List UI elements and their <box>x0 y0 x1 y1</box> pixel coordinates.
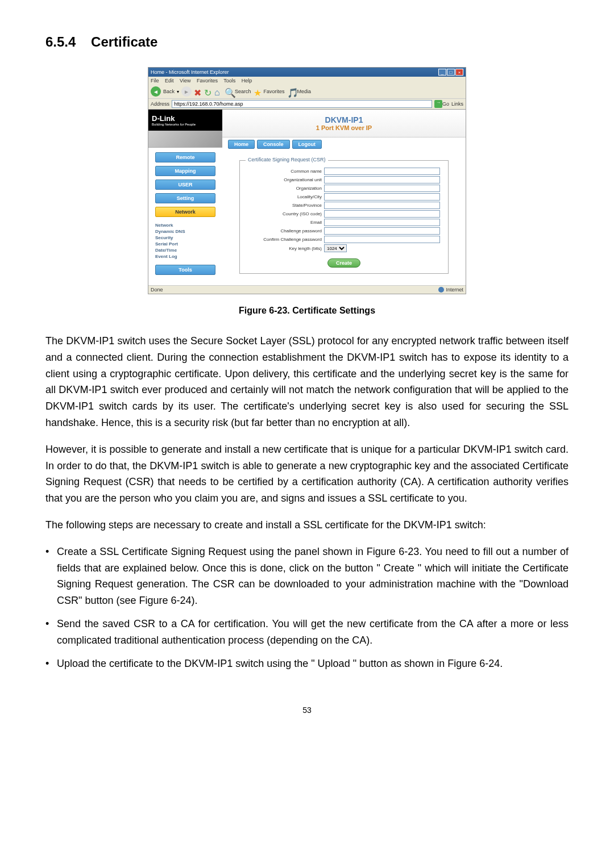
sidebar-mapping[interactable]: Mapping <box>155 166 215 176</box>
input-country[interactable] <box>324 210 440 218</box>
media-label: Media <box>297 89 312 94</box>
links-label[interactable]: Links <box>451 101 463 107</box>
banner-image <box>148 131 222 148</box>
logo-subtitle: Building Networks for People <box>152 123 219 126</box>
sublink-security[interactable]: Security <box>155 235 215 240</box>
label-org-unit: Organizational unit <box>248 177 322 182</box>
titlebar: Home - Microsoft Internet Explorer _ □ × <box>148 68 466 77</box>
input-org-unit[interactable] <box>324 176 440 183</box>
address-label: Address <box>151 101 169 107</box>
sidebar-network[interactable]: Network <box>155 207 215 217</box>
section-title: Certificate <box>91 34 157 49</box>
product-header: DKVM-IP1 1 Port KVM over IP <box>222 110 466 137</box>
address-input[interactable]: https://192.168.0.70/home.asp <box>172 100 432 108</box>
home-icon[interactable]: ⌂ <box>214 87 222 95</box>
step-1: Create a SSL Certificate Signing Request… <box>45 544 569 609</box>
status-zone: Internet <box>438 287 463 293</box>
steps-list: Create a SSL Certificate Signing Request… <box>45 544 569 672</box>
fieldset-legend: Certificate Signing Request (CSR) <box>246 157 328 162</box>
page-content: D-Link Building Networks for People Remo… <box>148 110 466 285</box>
page-number: 53 <box>45 706 569 715</box>
statusbar: Done Internet <box>148 285 466 294</box>
go-button[interactable]: → <box>434 100 442 108</box>
menubar: File Edit View Favorites Tools Help <box>148 77 466 85</box>
section-heading: 6.5.4 Certificate <box>45 34 569 50</box>
screenshot: Home - Microsoft Internet Explorer _ □ ×… <box>45 67 569 294</box>
tab-row: Home Console Logout <box>222 140 466 149</box>
sidebar-setting[interactable]: Setting <box>155 193 215 203</box>
label-organization: Organization <box>248 186 322 191</box>
menu-help[interactable]: Help <box>242 78 252 84</box>
window-buttons: _ □ × <box>438 69 463 76</box>
product-subtitle: 1 Port KVM over IP <box>234 124 454 131</box>
close-button[interactable]: × <box>455 69 463 76</box>
logo-text: D-Link <box>152 114 175 123</box>
back-button[interactable]: ◄ <box>151 86 161 97</box>
favorites-label: Favorites <box>264 89 285 94</box>
input-locality[interactable] <box>324 193 440 201</box>
paragraph-1: The DKVM-IP1 switch uses the Secure Sock… <box>45 333 569 431</box>
sublink-serial[interactable]: Serial Port <box>155 241 215 247</box>
window-title: Home - Microsoft Internet Explorer <box>151 69 229 75</box>
input-common-name[interactable] <box>324 168 440 175</box>
globe-icon <box>438 287 444 293</box>
menu-file[interactable]: File <box>151 78 159 84</box>
go-label: Go <box>442 101 449 107</box>
back-label: Back <box>163 89 175 94</box>
step-2: Send the saved CSR to a CA for certifica… <box>45 616 569 649</box>
main-content: DKVM-IP1 1 Port KVM over IP Home Console… <box>222 110 466 285</box>
sidebar-tools[interactable]: Tools <box>155 265 215 275</box>
refresh-icon[interactable]: ↻ <box>204 87 212 95</box>
label-keylength: Key length (bits) <box>248 246 322 251</box>
minimize-button[interactable]: _ <box>438 69 446 76</box>
input-email[interactable] <box>324 219 440 226</box>
sidebar-remote[interactable]: Remote <box>155 152 215 162</box>
tab-logout[interactable]: Logout <box>292 140 322 149</box>
menu-tools[interactable]: Tools <box>223 78 235 84</box>
input-state[interactable] <box>324 202 440 209</box>
input-confirm[interactable] <box>324 236 440 243</box>
stop-icon[interactable]: ✖ <box>194 87 202 95</box>
maximize-button[interactable]: □ <box>447 69 455 76</box>
menu-view[interactable]: View <box>180 78 190 84</box>
sidebar-user[interactable]: USER <box>155 180 215 190</box>
label-email: Email <box>248 220 322 225</box>
label-country: Country (ISO code) <box>248 211 322 216</box>
label-confirm: Confirm Challenge password <box>248 237 322 242</box>
section-number: 6.5.4 <box>45 34 76 49</box>
create-button[interactable]: Create <box>327 258 360 268</box>
media-icon[interactable]: 🎵 <box>287 87 295 95</box>
sidebar: D-Link Building Networks for People Remo… <box>148 110 222 285</box>
status-done: Done <box>151 287 163 293</box>
select-keylength[interactable]: 1024 <box>324 244 347 252</box>
product-name: DKVM-IP1 <box>234 115 454 124</box>
label-locality: Locality/City <box>248 194 322 199</box>
menu-edit[interactable]: Edit <box>165 78 174 84</box>
step-3: Upload the certificate to the DKVM-IP1 s… <box>45 656 569 672</box>
forward-button[interactable]: ► <box>181 86 192 97</box>
search-icon[interactable]: 🔍 <box>225 87 233 95</box>
paragraph-2: However, it is possible to generate and … <box>45 441 569 507</box>
sublink-datetime[interactable]: Date/Time <box>155 248 215 253</box>
logo: D-Link Building Networks for People <box>148 110 222 131</box>
label-challenge: Challenge password <box>248 228 322 233</box>
label-state: State/Province <box>248 203 322 208</box>
sublink-network[interactable]: Network <box>155 223 215 228</box>
browser-window: Home - Microsoft Internet Explorer _ □ ×… <box>148 67 466 294</box>
sublink-eventlog[interactable]: Event Log <box>155 254 215 259</box>
sublink-dns[interactable]: Dynamic DNS <box>155 229 215 234</box>
menu-favorites[interactable]: Favorites <box>197 78 218 84</box>
csr-form: Certificate Signing Request (CSR) Common… <box>222 149 466 285</box>
label-common-name: Common name <box>248 169 322 174</box>
paragraph-3: The following steps are necessary to cre… <box>45 517 569 533</box>
sublinks: Network Dynamic DNS Security Serial Port… <box>148 223 222 259</box>
input-organization[interactable] <box>324 185 440 192</box>
tab-home[interactable]: Home <box>228 140 255 149</box>
input-challenge[interactable] <box>324 227 440 235</box>
tab-console[interactable]: Console <box>257 140 290 149</box>
favorites-icon[interactable]: ★ <box>254 87 262 95</box>
figure-caption: Figure 6-23. Certificate Settings <box>45 306 569 316</box>
toolbar: ◄ Back ▾ ► ✖ ↻ ⌂ 🔍 Search ★ Favorites 🎵 … <box>148 85 466 99</box>
addressbar: Address https://192.168.0.70/home.asp → … <box>148 99 466 110</box>
search-label: Search <box>235 89 251 94</box>
